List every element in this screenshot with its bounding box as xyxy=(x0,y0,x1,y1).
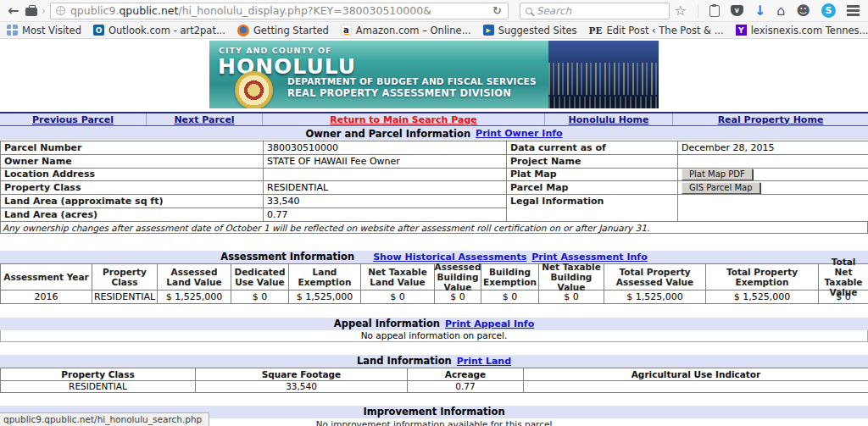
globe-icon xyxy=(56,6,65,15)
assessment-header-cell: Land Exemption xyxy=(289,264,361,290)
bookmark-edit-post[interactable]: PE Edit Post ‹ The Post & ... xyxy=(589,25,724,36)
assessment-header-cell: Property Class xyxy=(92,264,158,290)
assessment-header-cell: Net Taxable Land Value xyxy=(361,264,435,290)
next-parcel-link[interactable]: Next Parcel xyxy=(174,114,234,125)
honolulu-home-link[interactable]: Honolulu Home xyxy=(569,114,649,125)
owner-row-label: Owner Name xyxy=(1,155,264,169)
owner-row-value: 33,540 xyxy=(264,195,507,208)
url-text: qpublic9.qpublic.net/hi_honolulu_display… xyxy=(70,4,431,17)
assessment-header-cell: Assessment Year xyxy=(1,264,92,290)
bookmark-outlook[interactable]: O Outlook.com - art2pat... xyxy=(93,25,225,36)
assessment-header-cell: Assessed Land Value xyxy=(158,264,231,290)
real-property-home-link[interactable]: Real Property Home xyxy=(718,114,824,125)
assessment-header-cell: Total Property Exemption xyxy=(706,264,819,290)
search-bar[interactable] xyxy=(520,3,670,19)
honolulu-seal-icon xyxy=(235,71,273,108)
owner-row-label: Property Class xyxy=(1,181,264,195)
owner-row-value: RESIDENTIAL xyxy=(264,181,507,195)
print-owner-info-link[interactable]: Print Owner Info xyxy=(476,128,563,139)
owner-row-value: 0.77 xyxy=(264,208,507,222)
assessment-value-cell: RESIDENTIAL xyxy=(92,290,158,304)
bookmark-amazon[interactable]: a Amazon.com – Online... xyxy=(341,25,471,36)
owner-row-label: Land Area (approximate sq ft) xyxy=(1,195,264,208)
bookmark-lexisnexis[interactable]: Y lexisnexis.com Tennes... xyxy=(736,25,868,36)
assessment-table: Assessment Year Property Class Assessed … xyxy=(0,263,868,304)
nav-cell: Next Parcel xyxy=(147,113,263,125)
nav-cell: Real Property Home xyxy=(673,113,868,125)
print-land-link[interactable]: Print Land xyxy=(457,356,511,367)
assessment-header-cell: Dedicated Use Value xyxy=(231,264,289,290)
land-value-cell: 33,540 xyxy=(196,381,408,393)
downloads-icon[interactable]: ↓ xyxy=(754,3,765,19)
land-value-cell: 0.77 xyxy=(408,381,524,393)
assessment-header-cell: Assessed Building Value xyxy=(435,264,481,290)
gis-parcel-map-button[interactable]: GIS Parcel Map xyxy=(682,182,760,194)
assessment-value-cell: $ 1,525,000 xyxy=(289,290,361,304)
banner-left: CITY AND COUNTY OF HONOLULU DEPARTMENT O… xyxy=(209,41,548,108)
reload-icon: ↻ xyxy=(492,4,502,17)
most-visited-icon xyxy=(7,25,18,36)
assessment-value-cell: $ 1,525,000 xyxy=(604,290,706,304)
owner-row-label: Parcel Map xyxy=(507,181,678,195)
owner-row-value: Plat Map PDF xyxy=(678,169,868,182)
yahoo-icon: Y xyxy=(736,25,747,36)
bookmark-suggested-sites[interactable]: ▶ Suggested Sites xyxy=(483,25,577,36)
nav-cell: Return to Main Search Page xyxy=(263,113,545,125)
land-header-cell: Acreage xyxy=(408,368,524,381)
back-button[interactable]: ← xyxy=(5,4,21,18)
status-url-tooltip: qpublic9.qpublic.net/hi_honolulu_search.… xyxy=(0,412,209,426)
skype-icon[interactable]: S xyxy=(821,3,836,18)
land-value-cell: RESIDENTIAL xyxy=(1,381,196,393)
owner-row-label: Project Name xyxy=(507,155,678,169)
clipboard-icon[interactable] xyxy=(709,5,720,17)
owner-row-value: GIS Parcel Map xyxy=(678,181,868,195)
assessment-value-cell: $ 1,525,000 xyxy=(158,290,231,304)
banner-city-name: HONOLULU xyxy=(218,54,356,79)
owner-row-label: Plat Map xyxy=(507,169,678,182)
bookmark-most-visited[interactable]: Most Visited xyxy=(7,25,81,36)
site-banner: CITY AND COUNTY OF HONOLULU DEPARTMENT O… xyxy=(209,41,659,108)
land-table: Property Class Square Footage Acreage Ag… xyxy=(0,368,868,393)
assessment-value-cell: $ 0 xyxy=(481,290,539,304)
bookmark-getting-started[interactable]: Getting Started xyxy=(237,25,329,36)
banner-skyline-image xyxy=(548,41,659,108)
assessment-header-cell: Net Taxable Building Value xyxy=(539,264,604,290)
owner-row-value xyxy=(678,195,868,222)
assessment-value-cell: $ 0 xyxy=(819,290,868,304)
pocket-icon[interactable]: v xyxy=(731,5,743,16)
browser-window: ← › qpublic9.qpublic.net/hi_honolulu_dis… xyxy=(0,0,868,426)
owner-row-label: Data current as of xyxy=(507,141,678,155)
previous-parcel-link[interactable]: Previous Parcel xyxy=(32,114,114,125)
briefcase-icon[interactable] xyxy=(25,8,36,16)
improvement-section-title: Improvement Information xyxy=(363,406,504,418)
ownership-note: Any ownership changes after assessment d… xyxy=(0,222,868,234)
print-appeal-info-link[interactable]: Print Appeal Info xyxy=(445,318,534,329)
toolbar-icons: ☆ v ↓ ⌂ ☻ S xyxy=(674,3,863,19)
hello-smiley-icon[interactable]: ☻ xyxy=(796,3,810,19)
plat-map-pdf-button[interactable]: Plat Map PDF xyxy=(682,169,753,180)
nav-cell: Honolulu Home xyxy=(545,113,673,125)
land-section-title: Land Information xyxy=(357,355,452,367)
reload-button[interactable]: ↻ xyxy=(487,3,509,19)
owner-section-header: Owner and Parcel Information Print Owner… xyxy=(0,127,868,140)
land-header-cell: Property Class xyxy=(1,368,196,381)
owner-row-label: Location Address xyxy=(1,169,264,182)
nav-cell: Previous Parcel xyxy=(0,113,147,125)
assessment-header-cell: Total Property Assessed Value xyxy=(604,264,706,290)
search-input[interactable] xyxy=(537,5,665,17)
assessment-header-cell: Total Net Taxable Value xyxy=(819,264,868,290)
owner-row-value: STATE OF HAWAII Fee Owner xyxy=(264,155,507,169)
banner-dept-line2: REAL PROPERTY ASSESSMENT DIVISION xyxy=(287,87,511,99)
chevron-icon: › xyxy=(42,4,46,17)
firefox-icon xyxy=(237,25,249,36)
home-icon[interactable]: ⌂ xyxy=(776,3,785,19)
page-content: CITY AND COUNTY OF HONOLULU DEPARTMENT O… xyxy=(0,39,868,426)
return-main-search-link[interactable]: Return to Main Search Page xyxy=(330,114,477,125)
bookmark-star-icon[interactable]: ☆ xyxy=(674,3,686,19)
assessment-value-cell: 2016 xyxy=(1,290,92,304)
owner-row-value: December 28, 2015 xyxy=(678,141,868,155)
url-bar[interactable]: qpublic9.qpublic.net/hi_honolulu_display… xyxy=(50,3,487,19)
assessment-value-cell: $ 0 xyxy=(231,290,289,304)
land-header-cell: Square Footage xyxy=(196,368,408,381)
menu-icon[interactable] xyxy=(847,5,860,8)
